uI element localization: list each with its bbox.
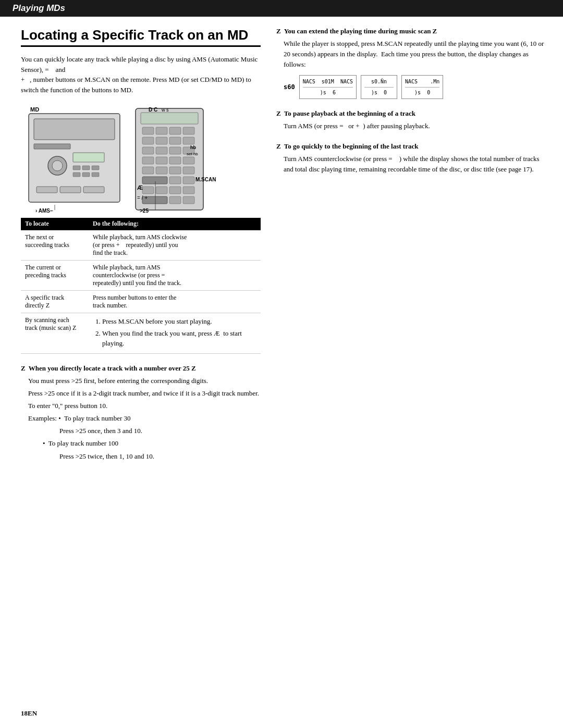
svg-text:w s: w s (161, 107, 169, 113)
svg-rect-6 (73, 166, 80, 170)
svg-text:D C: D C (149, 107, 157, 113)
section-marker: Z (276, 142, 281, 151)
svg-rect-12 (36, 187, 57, 193)
note-text: Press >25 twice, then 1, 10 and 10. (59, 451, 261, 462)
page-number: 18EN (21, 709, 37, 717)
svg-rect-43 (183, 187, 194, 194)
svg-text:>25: >25 (140, 208, 149, 214)
scan-section-title: Z You can extend the playing time during… (276, 27, 547, 35)
svg-rect-35 (169, 167, 181, 174)
scan-cell-2: s0.Ñn )s 0 (361, 75, 397, 99)
svg-rect-7 (82, 166, 90, 170)
note-over25-header: Z When you directly locate a track with … (21, 364, 261, 373)
intro-paragraph: You can quickly locate any track while p… (21, 54, 261, 95)
last-track-section: Z To go quickly to the beginning of the … (276, 142, 547, 175)
svg-rect-37 (142, 177, 167, 184)
svg-rect-36 (183, 167, 194, 174)
table-row: A specific trackdirectly Z Press number … (21, 291, 261, 313)
svg-rect-24 (183, 137, 194, 144)
svg-rect-38 (169, 177, 181, 184)
table-row: The current orpreceding tracks While pla… (21, 261, 261, 291)
scan-body-text: While the player is stopped, press M.SCA… (284, 39, 547, 70)
svg-rect-21 (142, 137, 154, 144)
pause-body-text: Turn AMS (or press = or + ) after pausin… (284, 121, 547, 131)
svg-rect-22 (156, 137, 167, 144)
table-row: The next orsucceeding tracks While playb… (21, 230, 261, 261)
pause-section-body: Turn AMS (or press = or + ) after pausin… (284, 121, 547, 131)
device-diagram: MD D C w s hb set hb › AMS– >25 M.SCAN Æ… (21, 103, 261, 218)
svg-rect-10 (82, 172, 90, 177)
svg-text:Æ: Æ (137, 184, 143, 191)
svg-text:›  AMS–: › AMS– (35, 208, 53, 214)
svg-rect-13 (60, 187, 81, 193)
table-header-col2: Do the following: (89, 218, 261, 230)
table-cell-do-1: While playback, turn AMS clockwise(or pr… (89, 230, 261, 261)
scan-title-text: You can extend the playing time during m… (284, 27, 437, 35)
table-cell-do-2: While playback, turn AMScounterclockwise… (89, 261, 261, 291)
svg-rect-30 (156, 157, 167, 164)
note-over25-body: You must press >25 first, before enterin… (28, 376, 261, 462)
table-cell-do-4: Press M.SCAN before you start playing. W… (89, 313, 261, 354)
note-text: • To play track number 100 (43, 438, 261, 449)
left-column: Locating a Specific Track on an MD You c… (21, 27, 271, 469)
last-track-title-text: To go quickly to the beginning of the la… (284, 142, 419, 151)
scan-label-s60: s60 (284, 82, 295, 92)
svg-text:set hb: set hb (187, 152, 198, 156)
svg-rect-45 (169, 196, 181, 204)
svg-rect-20 (183, 127, 194, 134)
table-cell-locate-3: A specific trackdirectly Z (21, 291, 89, 313)
scan-cell-1: NACS s01M NACS )s 6 (299, 75, 357, 99)
svg-rect-16 (141, 113, 198, 124)
scan-steps-list: Press M.SCAN before you start playing. W… (100, 316, 256, 349)
page-footer: 18EN (21, 709, 37, 718)
svg-point-4 (52, 161, 63, 171)
scan-section: Z You can extend the playing time during… (276, 27, 547, 99)
page-title: Locating a Specific Track on an MD (21, 27, 261, 47)
list-item: Press M.SCAN before you start playing. (102, 316, 256, 327)
right-column: Z You can extend the playing time during… (271, 27, 547, 469)
table-cell-locate-4: By scanning eachtrack (music scan) Z (21, 313, 89, 354)
note-over25: Z When you directly locate a track with … (21, 364, 261, 462)
svg-rect-34 (156, 167, 167, 174)
svg-rect-17 (142, 127, 154, 134)
pause-section-title: Z To pause playback at the beginning of … (276, 109, 547, 118)
note-text: Examples: • To play track number 30 (28, 413, 261, 424)
svg-text:M.SCAN: M.SCAN (195, 177, 216, 182)
locate-table: To locate Do the following: The next ors… (21, 218, 261, 354)
svg-rect-18 (156, 127, 167, 134)
note-marker: Z (21, 364, 26, 373)
svg-rect-26 (156, 147, 167, 154)
scan-cell-3: NACS .Mn )s 0 (401, 75, 443, 99)
svg-text:MD: MD (30, 106, 39, 113)
svg-rect-27 (169, 147, 181, 154)
svg-rect-23 (169, 137, 181, 144)
scan-section-body: While the player is stopped, press M.SCA… (284, 39, 547, 99)
svg-rect-41 (156, 187, 167, 194)
svg-rect-9 (73, 172, 80, 177)
pause-title-text: To pause playback at the beginning of a … (284, 109, 415, 118)
svg-rect-46 (183, 196, 194, 204)
note-text: You must press >25 first, before enterin… (28, 376, 261, 386)
table-cell-locate-2: The current orpreceding tracks (21, 261, 89, 291)
svg-rect-1 (34, 119, 115, 140)
svg-rect-11 (92, 172, 99, 177)
svg-rect-29 (142, 157, 154, 164)
svg-rect-33 (142, 167, 154, 174)
main-content: Locating a Specific Track on an MD You c… (0, 17, 563, 485)
svg-rect-8 (92, 166, 99, 170)
pause-section: Z To pause playback at the beginning of … (276, 109, 547, 131)
svg-rect-2 (34, 144, 70, 149)
table-row: By scanning eachtrack (music scan) Z Pre… (21, 313, 261, 354)
svg-rect-5 (73, 153, 104, 162)
page-section-title: Playing MDs (13, 3, 550, 14)
note-text: Press >25 once, then 3 and 10. (59, 426, 261, 436)
table-header-col1: To locate (21, 218, 89, 230)
last-track-body: Turn AMS counterclockwise (or press = ) … (284, 154, 547, 175)
svg-text:=  / +: = / + (137, 195, 148, 201)
note-text: To enter "0," press button 10. (28, 401, 261, 411)
last-track-text: Turn AMS counterclockwise (or press = ) … (284, 154, 547, 175)
section-marker: Z (276, 109, 281, 118)
header-bar: Playing MDs (0, 0, 563, 17)
last-track-title: Z To go quickly to the beginning of the … (276, 142, 547, 151)
svg-rect-31 (169, 157, 181, 164)
